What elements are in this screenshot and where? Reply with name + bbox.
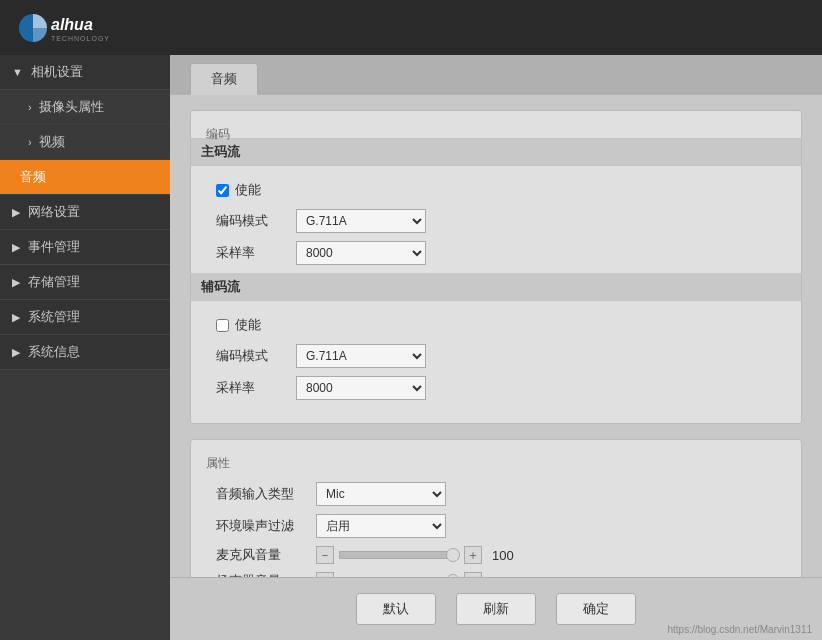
main-codec-label: 编码模式 [216, 212, 296, 230]
content-wrapper: 音频 编码 主码流 使能 [170, 55, 822, 640]
main-stream-enable-row: 使能 [206, 176, 786, 204]
sub-codec-row: 编码模式 G.711A G.711U G.726 AAC [206, 344, 786, 368]
refresh-button[interactable]: 刷新 [456, 593, 536, 625]
sub-samplerate-row: 采样率 8000 16000 32000 48000 [206, 376, 786, 400]
sub-stream-enable-label: 使能 [235, 316, 261, 334]
mic-volume-row: 麦克风音量 － ＋ 100 [206, 546, 786, 564]
url-bar: https://blog.csdn.net/Marvin1311 [667, 624, 812, 635]
mic-volume-decrease-button[interactable]: － [316, 546, 334, 564]
mic-volume-slider-area: － ＋ 100 [316, 546, 514, 564]
sub-stream-header: 辅码流 [191, 273, 801, 301]
camera-arrow-icon: ▼ [12, 66, 23, 78]
noise-filter-row: 环境噪声过滤 启用 禁用 [206, 514, 786, 538]
input-type-label: 音频输入类型 [216, 485, 316, 503]
sub-stream-label: 辅码流 [201, 279, 240, 294]
noise-filter-select[interactable]: 启用 禁用 [316, 514, 446, 538]
logo-area: alhua TECHNOLOGY [15, 8, 125, 48]
sidebar-section-storage-label: 存储管理 [28, 274, 80, 289]
sub-samplerate-select[interactable]: 8000 16000 32000 48000 [296, 376, 426, 400]
system-arrow-icon: ▶ [12, 311, 20, 323]
svg-text:alhua: alhua [51, 16, 93, 33]
sidebar-section-network-label: 网络设置 [28, 204, 80, 219]
url-text: https://blog.csdn.net/Marvin1311 [667, 624, 812, 635]
sidebar-section-camera[interactable]: ▼ 相机设置 [0, 55, 170, 90]
main-samplerate-label: 采样率 [216, 244, 296, 262]
tab-bar: 音频 [170, 55, 822, 95]
main-samplerate-select[interactable]: 8000 16000 32000 48000 [296, 241, 426, 265]
confirm-button[interactable]: 确定 [556, 593, 636, 625]
content-scroll-area: 编码 主码流 使能 编码模式 G.711A [170, 95, 822, 577]
main-content: 音频 编码 主码流 使能 [170, 55, 822, 640]
sidebar: ▼ 相机设置 › 摄像头属性 › 视频 音频 ▶ 网络设置 ▶ 事件管理 ▶ 存… [0, 55, 170, 640]
mic-volume-increase-button[interactable]: ＋ [464, 546, 482, 564]
encoding-panel: 编码 主码流 使能 编码模式 G.711A [190, 110, 802, 424]
default-button[interactable]: 默认 [356, 593, 436, 625]
storage-arrow-icon: ▶ [12, 276, 20, 288]
sidebar-section-network[interactable]: ▶ 网络设置 [0, 195, 170, 230]
sidebar-section-sysinfo-label: 系统信息 [28, 344, 80, 359]
sidebar-section-event-label: 事件管理 [28, 239, 80, 254]
sidebar-section-system[interactable]: ▶ 系统管理 [0, 300, 170, 335]
main-stream-label: 主码流 [201, 144, 240, 159]
sidebar-item-video-label: 视频 [39, 134, 65, 149]
camera-props-arrow-icon: › [28, 101, 32, 113]
sub-codec-label: 编码模式 [216, 347, 296, 365]
main-stream-header: 主码流 [191, 138, 801, 166]
sidebar-section-storage[interactable]: ▶ 存储管理 [0, 265, 170, 300]
sub-codec-select[interactable]: G.711A G.711U G.726 AAC [296, 344, 426, 368]
sidebar-item-video[interactable]: › 视频 [0, 125, 170, 160]
mic-volume-label: 麦克风音量 [216, 546, 316, 564]
video-arrow-icon: › [28, 136, 32, 148]
network-arrow-icon: ▶ [12, 206, 20, 218]
main-stream-enable-label: 使能 [235, 181, 261, 199]
logo-icon: alhua TECHNOLOGY [15, 8, 125, 48]
input-type-select[interactable]: Mic LineIn [316, 482, 446, 506]
sidebar-section-system-label: 系统管理 [28, 309, 80, 324]
mic-volume-track[interactable] [339, 551, 459, 559]
sysinfo-arrow-icon: ▶ [12, 346, 20, 358]
svg-text:TECHNOLOGY: TECHNOLOGY [51, 35, 110, 42]
event-arrow-icon: ▶ [12, 241, 20, 253]
noise-filter-label: 环境噪声过滤 [216, 517, 316, 535]
sidebar-item-audio-label: 音频 [20, 169, 46, 184]
attributes-panel: 属性 音频输入类型 Mic LineIn 环境噪声过滤 启用 [190, 439, 802, 577]
mic-volume-value: 100 [492, 548, 514, 563]
sub-samplerate-label: 采样率 [216, 379, 296, 397]
main-codec-select[interactable]: G.711A G.711U G.726 AAC [296, 209, 426, 233]
mic-volume-thumb[interactable] [446, 548, 460, 562]
main-layout: ▼ 相机设置 › 摄像头属性 › 视频 音频 ▶ 网络设置 ▶ 事件管理 ▶ 存… [0, 55, 822, 640]
tab-audio-label: 音频 [211, 71, 237, 86]
header: alhua TECHNOLOGY [0, 0, 822, 55]
sub-stream-enable-row: 使能 [206, 311, 786, 339]
sub-stream-enable-checkbox[interactable] [216, 319, 229, 332]
sidebar-item-camera-props-label: 摄像头属性 [39, 99, 104, 114]
main-stream-enable-checkbox[interactable] [216, 184, 229, 197]
main-codec-row: 编码模式 G.711A G.711U G.726 AAC [206, 209, 786, 233]
speaker-volume-thumb[interactable] [446, 574, 460, 577]
sidebar-section-camera-label: 相机设置 [31, 64, 83, 79]
sidebar-section-event[interactable]: ▶ 事件管理 [0, 230, 170, 265]
input-type-row: 音频输入类型 Mic LineIn [206, 482, 786, 506]
sidebar-item-camera-props[interactable]: › 摄像头属性 [0, 90, 170, 125]
attributes-panel-title: 属性 [206, 455, 786, 472]
content: 编码 主码流 使能 编码模式 G.711A [170, 95, 822, 577]
tab-audio[interactable]: 音频 [190, 63, 258, 95]
sidebar-section-sysinfo[interactable]: ▶ 系统信息 [0, 335, 170, 370]
main-samplerate-row: 采样率 8000 16000 32000 48000 [206, 241, 786, 265]
sidebar-item-audio[interactable]: 音频 [0, 160, 170, 195]
